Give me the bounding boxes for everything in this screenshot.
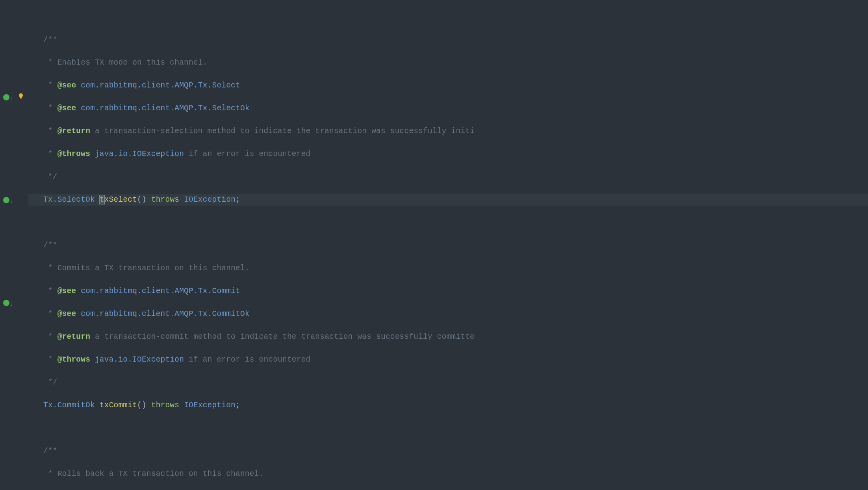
impl-marker-icon[interactable] <box>3 300 9 306</box>
javadoc-close: */ <box>43 173 57 181</box>
javadoc-tag: @see <box>57 81 76 90</box>
javadoc-link: java.io.IOException <box>95 150 184 158</box>
return-type: Tx.SelectOk <box>43 195 95 204</box>
method-name: txCommit <box>100 401 137 410</box>
javadoc-link: com.rabbitmq.client.AMQP.Tx.SelectOk <box>81 104 249 113</box>
javadoc-link: com.rabbitmq.client.AMQP.Tx.Select <box>81 81 240 90</box>
javadoc-tag: @return <box>57 332 90 341</box>
javadoc-line: * @return a transaction-commit method to… <box>43 332 475 341</box>
javadoc-link: java.io.IOException <box>95 355 184 364</box>
javadoc-line: * @see com.rabbitmq.client.AMQP.Tx.Commi… <box>43 310 250 318</box>
caret-position: t <box>100 195 104 204</box>
current-line: Tx.SelectOk txSelect() throws IOExceptio… <box>28 194 868 206</box>
return-type: Tx.CommitOk <box>43 401 95 410</box>
javadoc-link: com.rabbitmq.client.AMQP.Tx.CommitOk <box>81 310 249 318</box>
javadoc-line: * Rolls back a TX transaction on this ch… <box>43 470 263 478</box>
javadoc-open: /** <box>43 241 57 250</box>
javadoc-open: /** <box>43 447 57 455</box>
javadoc-open: /** <box>43 35 57 44</box>
impl-arrow-icon: ↓ <box>9 93 13 105</box>
javadoc-line: * Enables TX mode on this channel. <box>43 58 208 67</box>
fold-guide <box>20 0 20 490</box>
code-area[interactable]: /** * Enables TX mode on this channel. *… <box>28 0 868 490</box>
impl-marker-icon[interactable] <box>3 94 9 100</box>
bulb-icon[interactable] <box>17 93 24 104</box>
throws-keyword: throws <box>151 195 179 204</box>
exception-type: IOException <box>184 401 236 410</box>
javadoc-tag: @throws <box>57 150 90 158</box>
impl-marker-icon[interactable] <box>3 197 9 203</box>
javadoc-line: * @see com.rabbitmq.client.AMQP.Tx.Commi… <box>43 287 240 295</box>
exception-type: IOException <box>184 195 236 204</box>
throws-keyword: throws <box>151 401 179 410</box>
javadoc-line: * @see com.rabbitmq.client.AMQP.Tx.Selec… <box>43 104 250 113</box>
javadoc-line: * @throws java.io.IOException if an erro… <box>43 150 310 158</box>
javadoc-line: * @return a transaction-selection method… <box>43 127 475 135</box>
code-editor[interactable]: ↓ ↓ ↓ /** * Enables TX mode on this chan… <box>0 0 868 490</box>
javadoc-line: * Commits a TX transaction on this chann… <box>43 264 250 273</box>
gutter[interactable]: ↓ ↓ ↓ <box>0 0 28 490</box>
javadoc-line: * @throws java.io.IOException if an erro… <box>43 355 310 364</box>
javadoc-link: com.rabbitmq.client.AMQP.Tx.Commit <box>81 287 240 295</box>
impl-arrow-icon: ↓ <box>9 299 13 310</box>
javadoc-tag: @see <box>57 287 76 295</box>
javadoc-tag: @see <box>57 310 76 318</box>
javadoc-tag: @see <box>57 104 76 113</box>
javadoc-line: * @see com.rabbitmq.client.AMQP.Tx.Selec… <box>43 81 240 90</box>
method-name: xSelect <box>104 195 137 204</box>
javadoc-tag: @throws <box>57 355 90 364</box>
javadoc-tag: @return <box>57 127 90 135</box>
javadoc-close: */ <box>43 378 57 387</box>
impl-arrow-icon: ↓ <box>9 196 13 208</box>
